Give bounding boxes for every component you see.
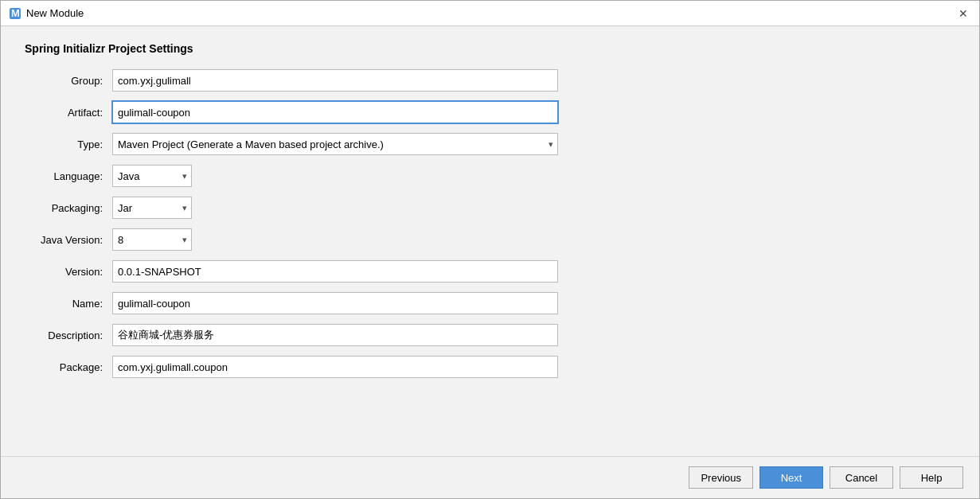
dialog-content: Spring Initializr Project Settings Group… xyxy=(1,26,979,456)
language-label: Language: xyxy=(25,170,112,182)
language-select-wrapper: Java Kotlin Groovy xyxy=(112,165,192,187)
version-label: Version: xyxy=(25,266,112,278)
section-title: Spring Initializr Project Settings xyxy=(25,42,955,55)
svg-text:M: M xyxy=(11,7,20,19)
title-bar-left: M New Module xyxy=(9,7,84,20)
module-icon: M xyxy=(9,7,21,20)
artifact-label: Artifact: xyxy=(25,107,112,119)
java-version-select-wrapper: 8 11 17 xyxy=(112,228,192,251)
dialog-title: New Module xyxy=(26,7,84,19)
group-row: Group: xyxy=(25,69,955,92)
package-label: Package: xyxy=(25,361,112,373)
description-input[interactable] xyxy=(112,324,558,346)
java-version-select[interactable]: 8 11 17 xyxy=(112,228,192,251)
name-row: Name: xyxy=(25,292,955,314)
name-label: Name: xyxy=(25,298,112,310)
group-label: Group: xyxy=(25,75,112,87)
description-label: Description: xyxy=(25,329,112,341)
new-module-dialog: M New Module ✕ Spring Initializr Project… xyxy=(0,0,980,499)
language-select[interactable]: Java Kotlin Groovy xyxy=(112,165,192,187)
cancel-button[interactable]: Cancel xyxy=(830,466,893,489)
dialog-footer: Previous Next Cancel Help xyxy=(1,456,979,498)
name-input[interactable] xyxy=(112,292,558,314)
type-select-wrapper: Maven Project (Generate a Maven based pr… xyxy=(112,133,558,155)
packaging-label: Packaging: xyxy=(25,202,112,214)
description-row: Description: xyxy=(25,324,955,346)
version-row: Version: xyxy=(25,260,955,283)
previous-button[interactable]: Previous xyxy=(689,466,753,489)
packaging-select-wrapper: Jar War xyxy=(112,197,192,219)
help-button[interactable]: Help xyxy=(900,466,963,489)
title-bar: M New Module ✕ xyxy=(1,1,979,26)
artifact-row: Artifact: xyxy=(25,101,955,123)
artifact-input[interactable] xyxy=(112,101,558,123)
package-row: Package: xyxy=(25,356,955,378)
type-row: Type: Maven Project (Generate a Maven ba… xyxy=(25,133,955,155)
next-button[interactable]: Next xyxy=(759,466,823,489)
java-version-row: Java Version: 8 11 17 xyxy=(25,228,955,251)
type-select[interactable]: Maven Project (Generate a Maven based pr… xyxy=(112,133,558,155)
close-button[interactable]: ✕ xyxy=(955,6,971,21)
java-version-label: Java Version: xyxy=(25,234,112,246)
group-input[interactable] xyxy=(112,69,558,92)
version-input[interactable] xyxy=(112,260,558,283)
type-label: Type: xyxy=(25,138,112,150)
package-input[interactable] xyxy=(112,356,558,378)
language-row: Language: Java Kotlin Groovy xyxy=(25,165,955,187)
packaging-row: Packaging: Jar War xyxy=(25,197,955,219)
packaging-select[interactable]: Jar War xyxy=(112,197,192,219)
